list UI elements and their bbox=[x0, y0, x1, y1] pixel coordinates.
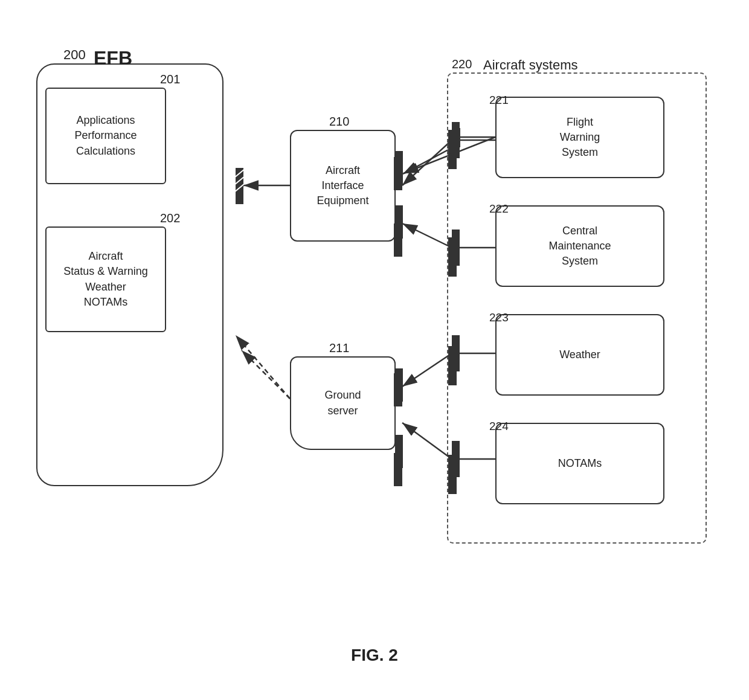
svg-line-37 bbox=[234, 184, 245, 192]
box-202: AircraftStatus & WarningWeatherNOTAMs bbox=[45, 226, 166, 332]
sys-224-text: NOTAMs bbox=[553, 451, 607, 476]
svg-rect-24 bbox=[395, 205, 403, 239]
diagram: 200 EFB ApplicationsPerformanceCalculati… bbox=[0, 0, 749, 700]
sys-223-number: 223 bbox=[489, 311, 509, 324]
svg-line-22 bbox=[402, 423, 452, 459]
svg-rect-26 bbox=[395, 435, 403, 468]
box-211-text: Groundserver bbox=[320, 383, 365, 423]
sys-221-text: FlightWarningSystem bbox=[555, 110, 605, 165]
box-202-number: 202 bbox=[160, 211, 180, 225]
sys-box-224: NOTAMs bbox=[495, 423, 664, 504]
svg-line-34 bbox=[236, 335, 290, 399]
box-201-text: ApplicationsPerformanceCalculations bbox=[69, 108, 141, 164]
box-201: ApplicationsPerformanceCalculations bbox=[45, 88, 166, 184]
svg-line-36 bbox=[234, 176, 245, 185]
sys-223-text: Weather bbox=[555, 342, 605, 367]
sys-221-number: 221 bbox=[489, 94, 509, 107]
efb-title: EFB bbox=[94, 47, 132, 69]
svg-line-35 bbox=[234, 169, 245, 178]
svg-line-21 bbox=[402, 353, 452, 387]
svg-line-20 bbox=[402, 223, 452, 248]
svg-line-33 bbox=[242, 350, 290, 399]
box-211: Groundserver bbox=[290, 356, 396, 450]
aircraft-systems-title: Aircraft systems bbox=[483, 57, 577, 73]
box-210-text: AircraftInterfaceEquipment bbox=[312, 158, 373, 214]
figure-label: FIG. 2 bbox=[351, 646, 398, 665]
sys-224-number: 224 bbox=[489, 420, 509, 433]
efb-number: 200 bbox=[63, 47, 86, 63]
sys-box-222: CentralMaintenanceSystem bbox=[495, 205, 664, 287]
svg-rect-9 bbox=[394, 453, 402, 486]
svg-rect-31 bbox=[236, 168, 243, 204]
svg-rect-23 bbox=[395, 151, 403, 184]
svg-rect-25 bbox=[395, 368, 403, 402]
box-210-number: 210 bbox=[329, 115, 349, 129]
svg-line-19 bbox=[402, 140, 452, 185]
box-201-number: 201 bbox=[160, 72, 180, 86]
sys-222-text: CentralMaintenanceSystem bbox=[544, 219, 616, 274]
box-211-number: 211 bbox=[329, 341, 349, 355]
sys-box-221: FlightWarningSystem bbox=[495, 97, 664, 178]
sys-box-223: Weather bbox=[495, 314, 664, 396]
sys-222-number: 222 bbox=[489, 202, 509, 216]
box-202-text: AircraftStatus & WarningWeatherNOTAMs bbox=[59, 244, 152, 315]
box-210: AircraftInterfaceEquipment bbox=[290, 130, 396, 242]
svg-line-10 bbox=[403, 150, 448, 174]
aircraft-systems-number: 220 bbox=[452, 57, 472, 71]
